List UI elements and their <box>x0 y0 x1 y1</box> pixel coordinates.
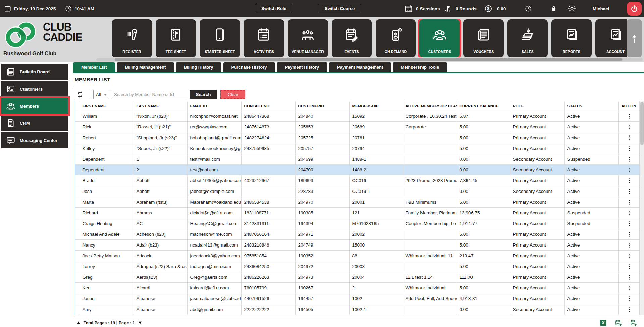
row-actions-kebab-icon[interactable] <box>626 263 633 270</box>
row-actions-kebab-icon[interactable] <box>626 177 633 184</box>
grid-column-header[interactable]: STATUS <box>564 101 618 111</box>
toolbar-button-activities[interactable]: ACTIVITIES <box>244 19 284 57</box>
row-actions-kebab-icon[interactable] <box>626 253 633 259</box>
row-actions-kebab-icon[interactable] <box>626 285 633 291</box>
table-row[interactable]: Dependent2test@aol.com2047001488-20.00Se… <box>75 165 640 175</box>
table-row[interactable]: RichardAbramsdickdot$e@cfl.rr.com1831108… <box>75 208 640 218</box>
row-actions-kebab-icon[interactable] <box>626 210 633 216</box>
cell-current-balance: 4,918.31 <box>457 293 510 304</box>
toolbar-button-customers[interactable]: CUSTOMERS <box>419 19 460 57</box>
table-row[interactable]: TorreyAdragna (s22) Sara &rosstadragna@m… <box>75 261 640 272</box>
switch-role-button[interactable]: Switch Role <box>256 4 292 13</box>
grid-column-header[interactable]: ROLE <box>510 101 564 111</box>
tab-payment-management[interactable]: Payment Management <box>329 62 391 72</box>
row-actions-kebab-icon[interactable] <box>626 231 633 238</box>
sidebar-item-bulletin-board[interactable]: Bulletin Board <box>1 64 68 80</box>
row-actions-kebab-icon[interactable] <box>626 188 633 195</box>
sidebar-item-messaging-center[interactable]: Messaging Center <box>1 132 68 148</box>
table-row[interactable]: Kelley"Snook, Jr (s22)"Ksnook.snookhouse… <box>75 143 640 154</box>
tab-purchase-history[interactable]: Purchase History <box>223 62 275 72</box>
tab-payment-history[interactable]: Payment History <box>277 62 327 72</box>
cell-action <box>618 304 640 315</box>
table-row[interactable]: GregAerts(s23)Greg@gaerts.com24862262632… <box>75 272 640 283</box>
sidebar-item-members[interactable]: Members <box>1 98 68 114</box>
table-row[interactable]: MartaAbraham (ftstu)Mabraham@oakland.edu… <box>75 197 640 208</box>
grid-column-header[interactable]: EMAIL ID <box>187 101 241 111</box>
toolbar-scrollbar[interactable] <box>96 58 643 61</box>
toolbar-scroll-up-button[interactable] <box>627 19 642 57</box>
search-button[interactable]: Search <box>190 90 217 99</box>
page-down-icon[interactable] <box>138 320 143 325</box>
row-actions-kebab-icon[interactable] <box>626 199 633 206</box>
cell-last-name: Albanese <box>134 293 187 304</box>
table-row[interactable]: JoshAbbottjabbot@example.com228783CC019-… <box>75 186 640 197</box>
power-button[interactable] <box>627 2 642 16</box>
row-actions-kebab-icon[interactable] <box>626 145 633 152</box>
toolbar-button-events[interactable]: EVENTS <box>332 19 372 57</box>
table-row[interactable]: Michael And AdeleAcheson (s20)macheson@m… <box>75 229 640 240</box>
table-row[interactable]: KenAicardikaicardi@cfl.rr.com78010579919… <box>75 283 640 293</box>
row-actions-kebab-icon[interactable] <box>626 274 633 281</box>
table-row[interactable]: NancyAdair (b23)ncadair413@gmail.com2483… <box>75 240 640 251</box>
row-actions-kebab-icon[interactable] <box>626 113 633 120</box>
toolbar-button-starter-sheet[interactable]: STARTER SHEET <box>200 19 240 57</box>
time-clock-icon[interactable] <box>525 5 532 12</box>
table-row[interactable]: AmyAlbaneseabd@gmail.com2222222222194505… <box>75 304 640 315</box>
page-up-icon[interactable] <box>76 320 81 325</box>
excel-export-icon[interactable]: X <box>599 319 607 327</box>
export-list-icon[interactable] <box>614 319 622 327</box>
search-input[interactable] <box>111 90 190 99</box>
row-actions-kebab-icon[interactable] <box>626 306 633 313</box>
toolbar-button-tee-sheet[interactable]: TEE SHEET <box>156 19 196 57</box>
lock-icon[interactable] <box>550 5 557 12</box>
toolbar-button-accounts[interactable]: ACCOUNT <box>595 19 627 57</box>
toolbar-button-reports[interactable]: REPORTS <box>551 19 592 57</box>
clear-button[interactable]: Clear <box>220 90 245 99</box>
tab-membership-tools[interactable]: Membership Tools <box>393 62 447 72</box>
table-row[interactable]: Craigs HeatingACHeatingAC@gmail.com31423… <box>75 218 640 229</box>
grid-column-header[interactable]: ACTION <box>618 101 640 111</box>
row-actions-kebab-icon[interactable] <box>626 134 633 141</box>
customers-icon <box>432 19 448 50</box>
tab-billing-management[interactable]: Billing Management <box>117 62 174 72</box>
row-actions-kebab-icon[interactable] <box>626 156 633 163</box>
user-name[interactable]: Michael <box>593 0 609 17</box>
table-row[interactable]: William"Nixon, Jr (b20)"nixonphd@comcast… <box>75 111 640 122</box>
grid-column-header[interactable]: CURRENT BALANCE <box>457 101 510 111</box>
toolbar-button-on-demand[interactable]: ON DEMAND <box>376 19 416 57</box>
toolbar-button-vouchers[interactable]: VOUCHERS <box>463 19 504 57</box>
table-row[interactable]: Joe / Betty MatsonAdcockjoeadcock3@yahoo… <box>75 251 640 261</box>
toolbar-button-sales[interactable]: SALES <box>507 19 548 57</box>
grid-column-header[interactable]: LAST NAME <box>134 101 187 111</box>
grid-column-header[interactable]: CONTACT NO <box>241 101 295 111</box>
row-actions-kebab-icon[interactable] <box>626 295 633 302</box>
table-row[interactable]: BraddAbbottabbott19305@yahoo.com40232129… <box>75 175 640 186</box>
table-row[interactable]: Dependent1test@mail.com2046991488-10.00S… <box>75 154 640 165</box>
tab-billing-history[interactable]: Billing History <box>176 62 221 72</box>
row-actions-kebab-icon[interactable] <box>626 167 633 173</box>
toolbar-button-register[interactable]: REGISTER <box>112 19 152 57</box>
grid-column-header[interactable]: CUSTOMERID <box>295 101 349 111</box>
grid-scrollbar-thumb[interactable] <box>640 102 644 145</box>
table-row[interactable]: JasonAlbanesejason.albanese@clubcad44079… <box>75 293 640 304</box>
export-group-icon[interactable] <box>630 319 637 327</box>
row-actions-kebab-icon[interactable] <box>626 124 633 130</box>
row-actions-kebab-icon[interactable] <box>626 242 633 249</box>
grid-column-header[interactable]: ACTIVE MEMBERSHIP CLASSE <box>403 101 457 111</box>
gear-icon[interactable] <box>567 4 576 13</box>
grid-column-header[interactable]: MEMBERSHIP <box>349 101 403 111</box>
toolbar-button-venue-manager[interactable]: VENUE MANAGER <box>288 19 328 57</box>
tab-member-list[interactable]: Member List <box>73 62 115 72</box>
row-actions-kebab-icon[interactable] <box>626 220 633 227</box>
sidebar-item-crm[interactable]: CRM <box>1 115 68 131</box>
table-row[interactable]: Robert"Shapland, Jr (s23)"bobshapland@gm… <box>75 132 640 143</box>
sidebar-item-customers[interactable]: Customers <box>1 81 68 97</box>
cell-contact-no: 2487056164 <box>241 229 295 240</box>
switch-course-button[interactable]: Switch Course <box>319 4 360 13</box>
search-filter-select[interactable]: All <box>93 90 109 99</box>
refresh-icon[interactable] <box>76 90 84 99</box>
table-row[interactable]: Rick"Rassel, Iii (s21)"rer@wwrplaw.com24… <box>75 122 640 132</box>
grid-column-header[interactable]: FIRST NAME <box>80 101 134 111</box>
toolbar-scrollbar-thumb[interactable] <box>115 58 622 61</box>
grid-vertical-scrollbar[interactable] <box>639 101 644 315</box>
